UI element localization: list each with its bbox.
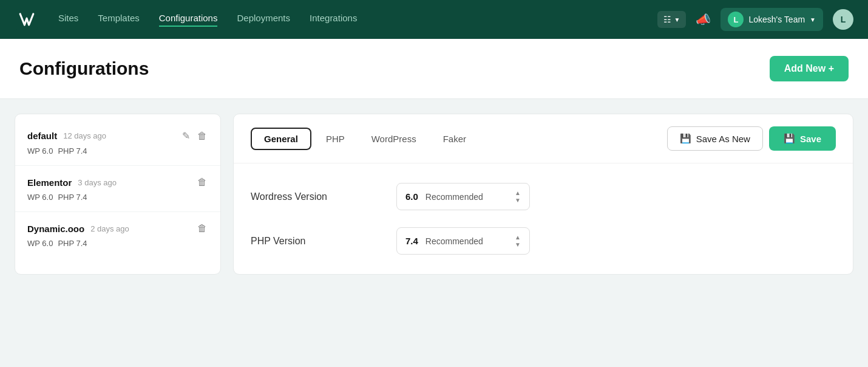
page-header: Configurations Add New + xyxy=(0,39,868,99)
config-item-name-row: Dynamic.ooo 2 days ago xyxy=(27,224,129,234)
config-item-elementor[interactable]: Elementor 3 days ago 🗑 WP 6.0 PHP 7.4 xyxy=(15,166,220,212)
nav-link-integrations[interactable]: Integrations xyxy=(310,13,357,27)
save-as-new-label: Save As New xyxy=(696,134,750,144)
form-row-wp-version: Wordress Version 6.0 Recommended ▲ ▼ xyxy=(251,183,836,210)
detail-actions: 💾 Save As New 💾 Save xyxy=(667,126,836,151)
team-avatar: L xyxy=(728,12,744,27)
tab-faker[interactable]: Faker xyxy=(431,128,478,150)
config-list: default 12 days ago ✎ 🗑 WP 6.0 PHP 7.4 E… xyxy=(15,114,221,275)
config-item-header-default: default 12 days ago ✎ 🗑 xyxy=(27,129,208,143)
nav-link-configurations[interactable]: Configurations xyxy=(159,13,218,27)
tab-php[interactable]: PHP xyxy=(314,128,357,150)
save-button[interactable]: 💾 Save xyxy=(769,126,836,151)
php-version-chevrons: ▲ ▼ xyxy=(515,234,521,248)
config-item-actions: ✎ 🗑 xyxy=(181,129,208,143)
config-item-default[interactable]: default 12 days ago ✎ 🗑 WP 6.0 PHP 7.4 xyxy=(15,119,220,166)
php-version-badge: Recommended xyxy=(426,236,507,246)
save-as-new-button[interactable]: 💾 Save As New xyxy=(667,126,763,151)
config-item-name: default xyxy=(27,131,57,141)
wp-version-select[interactable]: 6.0 Recommended ▲ ▼ xyxy=(396,183,530,210)
chevron-down-icon: ▼ xyxy=(515,197,521,204)
wp-version-number: 6.0 xyxy=(405,191,418,202)
chart-icon: ☷ xyxy=(663,15,671,24)
php-version-select[interactable]: 7.4 Recommended ▲ ▼ xyxy=(396,227,530,255)
save-icon: 💾 xyxy=(784,133,795,144)
page-title: Configurations xyxy=(19,58,149,79)
save-label: Save xyxy=(800,134,821,144)
nav-links: Sites Templates Configurations Deploymen… xyxy=(58,13,638,27)
config-tag-wp: WP 6.0 xyxy=(27,239,53,248)
config-tag-php: PHP 7.4 xyxy=(58,239,87,248)
form-row-php-version: PHP Version 7.4 Recommended ▲ ▼ xyxy=(251,227,836,255)
team-chevron: ▼ xyxy=(810,16,816,23)
config-item-name-row: default 12 days ago xyxy=(27,131,106,141)
config-item-header-elementor: Elementor 3 days ago 🗑 xyxy=(27,176,208,189)
delete-config-button[interactable]: 🗑 xyxy=(196,129,208,143)
config-item-header-dynamic: Dynamic.ooo 2 days ago 🗑 xyxy=(27,222,208,235)
config-item-name: Elementor xyxy=(27,177,72,188)
delete-dynamic-button[interactable]: 🗑 xyxy=(196,222,208,235)
detail-form: Wordress Version 6.0 Recommended ▲ ▼ PHP… xyxy=(234,163,853,274)
team-name: Lokesh's Team xyxy=(748,15,805,24)
chart-button[interactable]: ☷ ▼ xyxy=(657,11,686,28)
logo[interactable] xyxy=(15,7,39,32)
notifications-button[interactable]: 📣 xyxy=(696,12,711,27)
config-item-tags: WP 6.0 PHP 7.4 xyxy=(27,146,208,156)
detail-header: General PHP WordPress Faker 💾 Save As Ne… xyxy=(234,114,853,163)
nav-link-templates[interactable]: Templates xyxy=(98,13,139,27)
nav-link-deployments[interactable]: Deployments xyxy=(237,13,290,27)
config-tag-wp: WP 6.0 xyxy=(27,146,53,156)
tab-general[interactable]: General xyxy=(251,128,311,150)
main-content: default 12 days ago ✎ 🗑 WP 6.0 PHP 7.4 E… xyxy=(0,99,868,289)
delete-elementor-button[interactable]: 🗑 xyxy=(196,176,208,189)
config-item-name-row: Elementor 3 days ago xyxy=(27,177,117,188)
wp-version-badge: Recommended xyxy=(426,192,507,202)
config-item-time: 3 days ago xyxy=(78,178,117,187)
config-tag-wp: WP 6.0 xyxy=(27,193,53,202)
chart-chevron: ▼ xyxy=(674,16,680,23)
user-avatar[interactable]: L xyxy=(833,9,853,30)
config-item-actions: 🗑 xyxy=(196,222,208,235)
config-item-actions: 🗑 xyxy=(196,176,208,189)
chevron-down-icon: ▼ xyxy=(515,241,521,248)
php-version-number: 7.4 xyxy=(405,236,418,246)
tab-wordpress[interactable]: WordPress xyxy=(359,128,429,150)
detail-tabs: General PHP WordPress Faker xyxy=(251,128,478,150)
add-new-button[interactable]: Add New + xyxy=(770,56,849,81)
detail-panel: General PHP WordPress Faker 💾 Save As Ne… xyxy=(233,114,853,275)
config-item-time: 2 days ago xyxy=(90,224,129,233)
chevron-up-icon: ▲ xyxy=(515,234,521,241)
edit-config-button[interactable]: ✎ xyxy=(181,129,191,143)
config-item-time: 12 days ago xyxy=(63,131,106,140)
config-tag-php: PHP 7.4 xyxy=(58,193,87,202)
config-item-name: Dynamic.ooo xyxy=(27,224,84,234)
chevron-up-icon: ▲ xyxy=(515,190,521,196)
save-as-new-icon: 💾 xyxy=(680,133,691,144)
navbar: Sites Templates Configurations Deploymen… xyxy=(0,0,868,39)
nav-link-sites[interactable]: Sites xyxy=(58,13,78,27)
config-tag-php: PHP 7.4 xyxy=(58,146,87,156)
wp-version-chevrons: ▲ ▼ xyxy=(515,190,521,204)
php-version-label: PHP Version xyxy=(251,236,372,247)
team-button[interactable]: L Lokesh's Team ▼ xyxy=(721,8,823,31)
config-item-tags: WP 6.0 PHP 7.4 xyxy=(27,193,208,202)
config-item-tags: WP 6.0 PHP 7.4 xyxy=(27,239,208,248)
nav-right: ☷ ▼ 📣 L Lokesh's Team ▼ L xyxy=(657,8,853,31)
wp-version-label: Wordress Version xyxy=(251,191,372,202)
config-item-dynamic[interactable]: Dynamic.ooo 2 days ago 🗑 WP 6.0 PHP 7.4 xyxy=(15,212,220,258)
bell-icon: 📣 xyxy=(696,13,711,26)
